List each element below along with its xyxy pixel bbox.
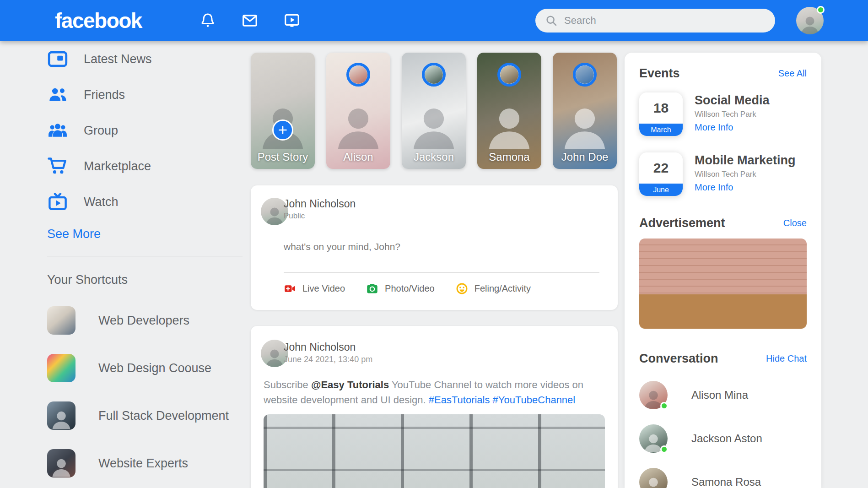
search-input[interactable] <box>564 15 766 27</box>
close-ad-link[interactable]: Close <box>783 218 807 228</box>
person-silhouette-icon <box>49 407 73 430</box>
post-text: Subscribe @Easy Tutorials YouTube Channe… <box>264 377 606 407</box>
member-name: Jackson Aston <box>691 432 762 445</box>
add-story-button[interactable] <box>272 119 293 141</box>
composer-prompt[interactable]: what's on your mind, John? <box>284 241 400 252</box>
member-avatar <box>639 424 668 453</box>
photo-video-button[interactable]: Photo/Video <box>366 282 435 295</box>
conversation-title: Conversation <box>639 352 718 366</box>
watch-icon <box>47 191 68 212</box>
shortcut-full-stack-development[interactable]: Full Stack Development <box>47 401 244 430</box>
advertisement-header: Advertisement Close <box>639 216 807 230</box>
story-card-john-doe[interactable]: John Doe <box>553 53 617 169</box>
story-avatar-ring <box>346 63 370 87</box>
post-author-name[interactable]: John Nicholson <box>284 341 356 353</box>
person-silhouette-icon <box>263 203 286 225</box>
events-header: Events See All <box>639 66 807 81</box>
chat-member-samona-rosa[interactable]: Samona Rosa <box>639 468 807 488</box>
event-day: 22 <box>639 152 683 184</box>
shortcut-label: Full Stack Development <box>98 409 229 423</box>
event-details: Social Media Willson Tech Park More Info <box>695 92 770 136</box>
shortcut-web-developers[interactable]: Web Developers <box>47 306 244 335</box>
notifications-button[interactable] <box>199 11 217 30</box>
event-date-tile: 18 March <box>639 92 683 136</box>
story-card-jackson[interactable]: Jackson <box>402 53 466 169</box>
member-avatar <box>639 381 668 409</box>
action-label: Photo/Video <box>385 283 435 294</box>
shortcut-thumbnail <box>47 449 75 477</box>
event-location: Willson Tech Park <box>695 170 796 179</box>
shortcut-label: Web Design Coouse <box>98 361 211 375</box>
post-hashtag-links[interactable]: #EasTutorials #YouTubeChannel <box>429 394 575 406</box>
sidebar-divider <box>47 256 243 256</box>
story-card-samona[interactable]: Samona <box>477 53 541 169</box>
news-icon <box>47 49 68 70</box>
feeling-activity-button[interactable]: Feling/Activity <box>456 282 531 295</box>
story-avatar-ring <box>497 63 521 87</box>
person-silhouette-icon <box>641 473 665 488</box>
shortcut-thumbnail <box>47 354 75 382</box>
story-label: Samona <box>477 151 541 163</box>
advertisement-title: Advertisement <box>639 216 725 230</box>
shortcuts-title: Your Shortcuts <box>47 273 244 287</box>
action-label: Live Video <box>302 283 345 294</box>
event-day: 18 <box>639 92 683 124</box>
plus-icon <box>277 124 289 136</box>
messages-button[interactable] <box>241 11 259 30</box>
facebook-home-page: facebook <box>0 0 868 488</box>
event-month: March <box>639 124 683 136</box>
sidebar-item-group[interactable]: Group <box>47 113 244 148</box>
left-sidebar: Latest News Friends Group <box>47 41 244 477</box>
top-navbar: facebook <box>0 0 868 41</box>
story-label: Jackson <box>402 151 466 163</box>
group-icon <box>47 120 68 141</box>
sidebar-item-friends[interactable]: Friends <box>47 77 244 113</box>
post-photo[interactable] <box>264 414 605 488</box>
profile-avatar[interactable] <box>796 7 824 34</box>
more-info-link[interactable]: More Info <box>695 122 733 133</box>
screen-play-icon <box>283 12 301 29</box>
events-title: Events <box>639 66 680 81</box>
member-avatar <box>639 468 668 488</box>
right-sidebar: Events See All 18 March Social Media Wil… <box>625 53 821 488</box>
sidebar-item-watch[interactable]: Watch <box>47 184 244 220</box>
sidebar-item-label: Latest News <box>84 52 152 66</box>
event-month: June <box>639 184 683 196</box>
see-all-link[interactable]: See All <box>778 68 807 79</box>
online-status-dot <box>660 445 668 453</box>
sidebar-item-marketplace[interactable]: Marketplace <box>47 148 244 184</box>
composer-audience[interactable]: Public <box>284 211 305 221</box>
smiley-icon <box>456 282 468 295</box>
shortcut-web-design-course[interactable]: Web Design Coouse <box>47 354 244 382</box>
facebook-logo[interactable]: facebook <box>55 8 142 33</box>
chat-member-alison-mina[interactable]: Alison Mina <box>639 381 807 409</box>
story-label: Alison <box>326 151 390 163</box>
more-info-link[interactable]: More Info <box>695 182 733 193</box>
online-status-dot <box>660 402 668 410</box>
member-name: Samona Rosa <box>691 476 761 488</box>
post-mention-link[interactable]: @Easy Tutorials <box>311 379 389 390</box>
bell-icon <box>199 12 216 29</box>
post-timestamp: June 24 2021, 13:40 pm <box>284 355 372 364</box>
story-label: Post Story <box>251 151 315 163</box>
story-label: John Doe <box>553 151 617 163</box>
see-more-link[interactable]: See More <box>47 227 101 241</box>
story-avatar-ring <box>573 63 597 87</box>
sidebar-item-latest-news[interactable]: Latest News <box>47 41 244 77</box>
camera-icon <box>366 282 378 295</box>
person-silhouette-icon <box>798 12 822 34</box>
action-label: Feling/Activity <box>474 283 531 294</box>
hide-chat-link[interactable]: Hide Chat <box>766 353 807 364</box>
advertisement-image[interactable] <box>639 239 807 329</box>
person-silhouette-icon <box>263 345 286 367</box>
story-card-post-story[interactable]: Post Story <box>251 53 315 169</box>
search-icon <box>545 14 558 27</box>
post-composer: John Nicholson Public what's on your min… <box>251 185 618 310</box>
event-location: Willson Tech Park <box>695 110 770 119</box>
chat-member-jackson-aston[interactable]: Jackson Aston <box>639 424 807 453</box>
story-card-alison[interactable]: Alison <box>326 53 390 169</box>
live-video-button[interactable]: Live Video <box>284 282 345 295</box>
shortcut-website-experts[interactable]: Website Experts <box>47 449 244 477</box>
watch-button[interactable] <box>283 11 301 30</box>
mail-icon <box>241 12 259 29</box>
